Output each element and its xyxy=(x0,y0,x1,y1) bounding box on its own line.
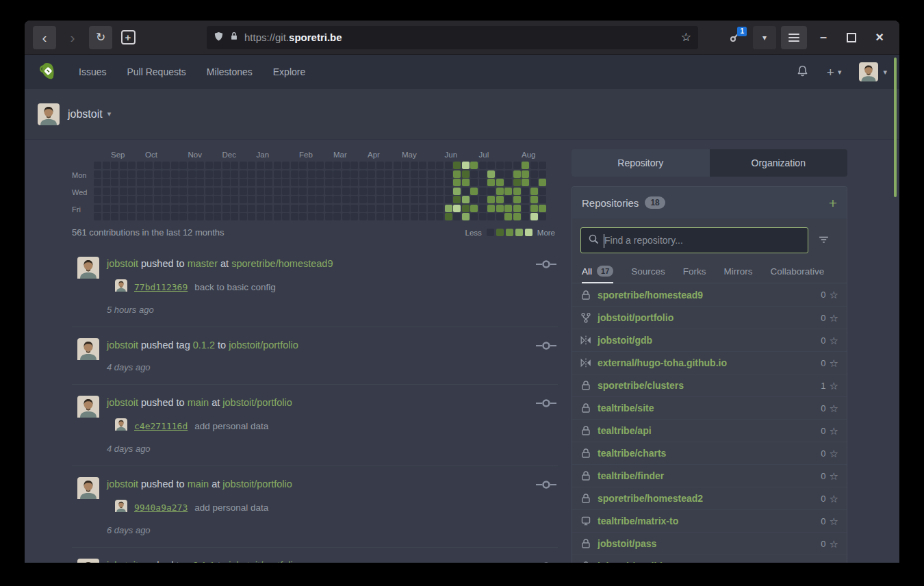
heatmap-cell[interactable] xyxy=(299,162,307,169)
heatmap-cell[interactable] xyxy=(333,213,341,220)
heatmap-cell[interactable] xyxy=(120,205,127,212)
heatmap-cell[interactable] xyxy=(240,188,247,195)
heatmap-cell[interactable] xyxy=(265,162,272,169)
heatmap-cell[interactable] xyxy=(496,179,504,186)
heatmap-cell[interactable] xyxy=(402,179,409,186)
heatmap-cell[interactable] xyxy=(214,205,221,212)
heatmap-cell[interactable] xyxy=(496,162,504,169)
heatmap-cell[interactable] xyxy=(282,213,290,220)
heatmap-cell[interactable] xyxy=(316,188,324,195)
heatmap-cell[interactable] xyxy=(394,162,401,169)
heatmap-cell[interactable] xyxy=(94,170,101,178)
heatmap-cell[interactable] xyxy=(522,170,529,178)
heatmap-cell[interactable] xyxy=(436,205,444,212)
gitea-logo-icon[interactable] xyxy=(37,62,57,82)
heatmap-cell[interactable] xyxy=(188,213,196,220)
heatmap-cell[interactable] xyxy=(530,179,538,186)
create-new-dropdown[interactable]: + ▾ xyxy=(827,66,842,79)
heatmap-cell[interactable] xyxy=(445,179,452,186)
heatmap-cell[interactable] xyxy=(257,213,264,220)
heatmap-cell[interactable] xyxy=(316,179,324,186)
page-scrollbar-thumb[interactable] xyxy=(894,58,897,197)
heatmap-cell[interactable] xyxy=(222,205,230,212)
heatmap-cell[interactable] xyxy=(154,196,162,203)
filter-tab-mirrors[interactable]: Mirrors xyxy=(724,262,753,282)
heatmap-cell[interactable] xyxy=(231,179,238,186)
heatmap-cell[interactable] xyxy=(179,162,187,169)
repository-link[interactable]: external/hugo-toha.github.io xyxy=(598,357,821,368)
app-menu-button[interactable] xyxy=(781,26,807,49)
heatmap-cell[interactable] xyxy=(419,170,426,178)
heatmap-cell[interactable] xyxy=(145,179,153,186)
heatmap-cell[interactable] xyxy=(120,213,127,220)
heatmap-cell[interactable] xyxy=(162,188,170,195)
heatmap-cell[interactable] xyxy=(282,179,290,186)
heatmap-cell[interactable] xyxy=(222,188,230,195)
heatmap-cell[interactable] xyxy=(513,196,521,203)
heatmap-cell[interactable] xyxy=(222,179,230,186)
repository-link[interactable]: jobstoit/portfolio xyxy=(598,312,821,323)
heatmap-cell[interactable] xyxy=(128,205,136,212)
star-icon[interactable]: ☆ xyxy=(830,494,838,504)
heatmap-cell[interactable] xyxy=(522,196,529,203)
heatmap-cell[interactable] xyxy=(196,170,204,178)
repository-link[interactable]: tealtribe/api xyxy=(598,425,821,436)
heatmap-cell[interactable] xyxy=(539,170,546,178)
heatmap-cell[interactable] xyxy=(436,213,444,220)
heatmap-cell[interactable] xyxy=(496,213,504,220)
heatmap-cell[interactable] xyxy=(179,205,187,212)
heatmap-cell[interactable] xyxy=(274,170,281,178)
heatmap-cell[interactable] xyxy=(504,170,512,178)
heatmap-cell[interactable] xyxy=(530,205,538,212)
heatmap-cell[interactable] xyxy=(274,196,281,203)
star-icon[interactable]: ☆ xyxy=(830,539,838,549)
heatmap-cell[interactable] xyxy=(453,170,461,178)
user-menu-dropdown[interactable]: ▾ xyxy=(859,62,887,81)
heatmap-cell[interactable] xyxy=(111,188,118,195)
heatmap-cell[interactable] xyxy=(402,162,409,169)
ref-link[interactable]: main xyxy=(188,479,209,489)
star-icon[interactable]: ☆ xyxy=(830,381,838,391)
heatmap-cell[interactable] xyxy=(265,170,272,178)
heatmap-cell[interactable] xyxy=(342,162,350,169)
add-repository-button[interactable]: + xyxy=(829,196,837,210)
heatmap-cell[interactable] xyxy=(470,170,478,178)
commit-sha-link[interactable]: c4e271116d xyxy=(134,421,188,431)
heatmap-cell[interactable] xyxy=(111,196,118,203)
heatmap-cell[interactable] xyxy=(496,196,504,203)
heatmap-cell[interactable] xyxy=(333,162,341,169)
repository-link[interactable]: sporetribe/clusters xyxy=(598,380,821,391)
heatmap-cell[interactable] xyxy=(368,170,375,178)
navbar-link-explore[interactable]: Explore xyxy=(273,66,305,77)
heatmap-cell[interactable] xyxy=(214,162,221,169)
heatmap-cell[interactable] xyxy=(504,188,512,195)
heatmap-cell[interactable] xyxy=(368,162,375,169)
heatmap-cell[interactable] xyxy=(103,213,110,220)
heatmap-cell[interactable] xyxy=(333,196,341,203)
heatmap-cell[interactable] xyxy=(376,205,384,212)
heatmap-cell[interactable] xyxy=(248,188,255,195)
heatmap-cell[interactable] xyxy=(436,188,444,195)
heatmap-cell[interactable] xyxy=(496,170,504,178)
heatmap-cell[interactable] xyxy=(145,213,153,220)
repository-link[interactable]: jobstoit/ansible xyxy=(598,561,821,563)
heatmap-cell[interactable] xyxy=(222,213,230,220)
close-button[interactable]: × xyxy=(868,26,891,49)
heatmap-cell[interactable] xyxy=(128,196,136,203)
heatmap-cell[interactable] xyxy=(350,179,358,186)
heatmap-cell[interactable] xyxy=(479,188,487,195)
heatmap-cell[interactable] xyxy=(539,179,546,186)
heatmap-cell[interactable] xyxy=(137,170,144,178)
heatmap-cell[interactable] xyxy=(496,205,504,212)
heatmap-cell[interactable] xyxy=(368,179,375,186)
heatmap-cell[interactable] xyxy=(248,179,255,186)
heatmap-cell[interactable] xyxy=(428,162,435,169)
heatmap-cell[interactable] xyxy=(214,179,221,186)
heatmap-cell[interactable] xyxy=(179,196,187,203)
heatmap-cell[interactable] xyxy=(316,213,324,220)
star-icon[interactable]: ☆ xyxy=(830,426,838,436)
heatmap-cell[interactable] xyxy=(103,188,110,195)
heatmap-cell[interactable] xyxy=(539,196,546,203)
heatmap-cell[interactable] xyxy=(419,213,426,220)
heatmap-cell[interactable] xyxy=(214,188,221,195)
